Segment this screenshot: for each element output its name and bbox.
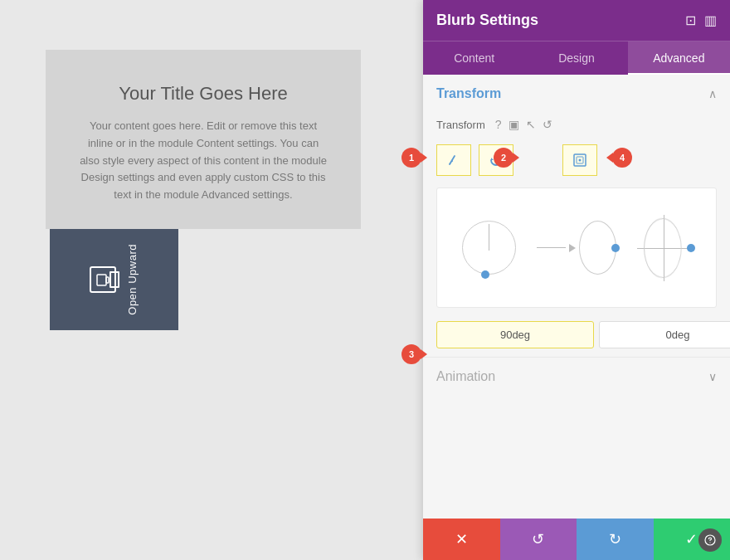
transform-section-title: Transform	[436, 86, 501, 101]
panel-title: Blurb Settings	[436, 12, 538, 29]
transform-cursor-icon[interactable]: ↖	[526, 118, 536, 131]
panel-tabs: Content Design Advanced	[423, 41, 730, 75]
blurb-card: Your Title Goes Here Your content goes h…	[46, 50, 361, 229]
cancel-button[interactable]: ✕	[423, 519, 500, 560]
svg-rect-1	[106, 277, 109, 283]
transform-reset-icon[interactable]: ↺	[543, 118, 552, 131]
transform-collapse-icon[interactable]: ∧	[708, 87, 717, 100]
svg-point-6	[709, 542, 710, 543]
tab-design[interactable]: Design	[525, 41, 627, 75]
columns-icon[interactable]: ▥	[704, 12, 717, 28]
tab-advanced[interactable]: Advanced	[628, 41, 730, 75]
bubble-marker-3: 3	[402, 344, 421, 364]
transform-section-header: Transform ∧	[423, 75, 730, 113]
skew-button[interactable]	[436, 144, 471, 176]
blurb-content: Your content goes here. Edit or remove t…	[79, 118, 328, 204]
help-icon[interactable]	[698, 528, 722, 552]
deg-input-y[interactable]	[599, 321, 730, 348]
transform-buttons	[423, 139, 730, 184]
deg-input-x[interactable]	[436, 321, 594, 348]
scale-button[interactable]	[562, 144, 597, 176]
viz-scale	[620, 197, 708, 299]
settings-panel: Blurb Settings ⊡ ▥ Content Design Advanc…	[423, 0, 730, 560]
viz-translate	[533, 197, 620, 299]
svg-point-5	[579, 159, 582, 162]
redo-button[interactable]: ↻	[577, 519, 654, 560]
tab-label: Open Upward	[126, 244, 139, 315]
panel-body: Transform ∧ Transform ? ▣ ↖ ↺	[423, 75, 730, 519]
animation-section-title: Animation	[436, 369, 495, 384]
viz-skew-x	[445, 197, 533, 299]
expand-icon[interactable]: ⊡	[685, 12, 696, 28]
transform-controls-row: Transform ? ▣ ↖ ↺	[423, 113, 730, 139]
transform-visualizer	[436, 187, 717, 308]
animation-section-header: Animation ∨	[423, 357, 730, 396]
svg-rect-0	[97, 275, 106, 285]
animation-expand-icon[interactable]: ∨	[708, 370, 717, 383]
bubble-marker-4: 4	[612, 148, 632, 168]
panel-footer: ✕ ↺ ↻ ✓	[423, 519, 730, 560]
preview-area: Your Title Goes Here Your content goes h…	[0, 0, 406, 560]
bubble-marker-1: 1	[402, 148, 421, 168]
deg-input-row	[423, 318, 730, 357]
tab-icon	[90, 266, 116, 293]
open-upward-tab[interactable]: Open Upward	[50, 229, 178, 330]
panel-header-icons: ⊡ ▥	[685, 12, 717, 28]
transform-label: Transform	[436, 119, 485, 131]
bubble-marker-2: 2	[494, 148, 513, 168]
tab-content[interactable]: Content	[423, 41, 525, 75]
transform-device-icon[interactable]: ▣	[509, 118, 519, 131]
panel-header: Blurb Settings ⊡ ▥	[423, 0, 730, 41]
transform-help-icon[interactable]: ?	[495, 118, 502, 131]
blurb-title: Your Title Goes Here	[79, 83, 328, 105]
undo-button[interactable]: ↺	[500, 519, 577, 560]
